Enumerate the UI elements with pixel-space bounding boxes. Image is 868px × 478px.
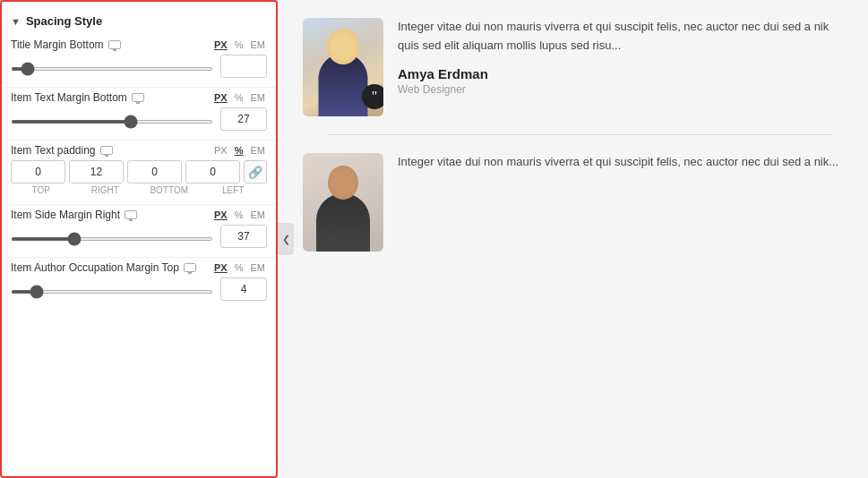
title-margin-bottom-group: Title Margin Bottom PX % EM (2, 35, 276, 88)
unit-selector-4: PX % EM (212, 209, 267, 220)
preview-panel: ❮ " Integer vitae dui non mauris viverra… (278, 0, 868, 478)
unit-selector-2: PX % EM (212, 92, 267, 103)
link-padding-button[interactable]: 🔗 (244, 160, 267, 184)
padding-right-input[interactable] (69, 160, 124, 184)
label-top: TOP (11, 185, 72, 195)
label-right: RIGHT (75, 185, 136, 195)
unit-px-2[interactable]: PX (212, 92, 229, 103)
monitor-icon-5 (184, 263, 196, 272)
title-margin-bottom-slider-row (11, 55, 267, 78)
item-side-margin-right-label-row: Item Side Margin Right PX % EM (11, 209, 267, 221)
testimonial-body-1: Integer vitae dui non mauris viverra et … (398, 18, 850, 55)
unit-percent-2[interactable]: % (233, 92, 245, 103)
card-text-1: Integer vitae dui non mauris viverra et … (398, 18, 850, 96)
item-side-margin-right-input[interactable] (220, 225, 267, 248)
item-text-margin-bottom-label-row: Item Text Margin Bottom PX % EM (11, 91, 267, 104)
item-text-padding-label-row: Item Text padding PX % EM (11, 144, 267, 157)
chevron-left-icon: ❮ (282, 234, 290, 245)
monitor-icon-2 (132, 93, 144, 102)
chevron-down-icon: ▼ (11, 16, 21, 27)
item-author-occupation-slider[interactable] (11, 290, 213, 294)
monitor-icon-4 (125, 210, 137, 219)
item-text-padding-group: Item Text padding PX % EM 🔗 TOP RIGHT BO… (2, 141, 276, 205)
item-text-margin-bottom-group: Item Text Margin Bottom PX % EM (2, 88, 276, 141)
unit-px-5[interactable]: PX (212, 262, 229, 273)
item-author-occupation-margin-top-group: Item Author Occupation Margin Top PX % E… (2, 258, 276, 310)
padding-bottom-input[interactable] (127, 160, 182, 184)
item-text-margin-bottom-input[interactable] (220, 107, 267, 131)
slider-wrap-3 (11, 230, 213, 243)
person-photo-1: " (303, 18, 383, 116)
label-left: LEFT (203, 185, 264, 195)
unit-percent-3[interactable]: % (233, 145, 245, 156)
section-title: Spacing Style (26, 14, 102, 28)
title-margin-bottom-slider[interactable] (11, 67, 213, 71)
title-margin-bottom-input[interactable] (220, 55, 267, 78)
unit-em-5[interactable]: EM (249, 262, 268, 273)
item-side-margin-right-slider[interactable] (11, 237, 213, 241)
unit-px-3[interactable]: PX (212, 145, 229, 156)
panel-toggle-button[interactable]: ❮ (278, 223, 294, 255)
item-text-margin-bottom-slider[interactable] (11, 120, 213, 124)
unit-percent-4[interactable]: % (233, 209, 245, 220)
item-side-margin-right-slider-row (11, 225, 267, 248)
item-author-occupation-slider-row (11, 277, 267, 301)
slider-wrap (11, 60, 213, 73)
spacing-style-panel: ▼ Spacing Style Title Margin Bottom PX %… (0, 0, 278, 478)
unit-em-2[interactable]: EM (249, 92, 268, 103)
quote-bubble-1: " (362, 84, 383, 109)
slider-wrap-2 (11, 113, 213, 126)
testimonial-card-2: Integer vitae dui non mauris viverra et … (303, 153, 850, 252)
author-title-1: Web Designer (398, 83, 850, 96)
card-text-2: Integer vitae dui non mauris viverra et … (398, 153, 850, 183)
unit-px-4[interactable]: PX (212, 209, 229, 220)
padding-labels: TOP RIGHT BOTTOM LEFT (11, 185, 267, 195)
testimonial-body-2: Integer vitae dui non mauris viverra et … (398, 153, 850, 172)
unit-percent-5[interactable]: % (233, 262, 245, 273)
author-name-1: Amya Erdman (398, 66, 850, 81)
unit-em[interactable]: EM (249, 39, 268, 50)
unit-percent[interactable]: % (233, 39, 245, 50)
item-side-margin-right-label: Item Side Margin Right (11, 209, 137, 221)
item-side-margin-right-group: Item Side Margin Right PX % EM (2, 205, 276, 258)
unit-px[interactable]: PX (212, 39, 229, 50)
padding-left-input[interactable] (185, 160, 240, 184)
person-photo-2 (303, 153, 383, 252)
item-text-margin-bottom-slider-row (11, 107, 267, 131)
item-author-occupation-label-row: Item Author Occupation Margin Top PX % E… (11, 261, 267, 274)
item-author-occupation-input[interactable] (220, 277, 267, 301)
label-bottom: BOTTOM (139, 185, 200, 195)
unit-em-4[interactable]: EM (249, 209, 268, 220)
content-area: " Integer vitae dui non mauris viverra e… (278, 0, 868, 269)
section-header[interactable]: ▼ Spacing Style (2, 9, 276, 35)
monitor-icon-3 (100, 146, 113, 155)
padding-top-input[interactable] (11, 160, 65, 184)
unit-em-3[interactable]: EM (249, 145, 268, 156)
item-text-padding-label: Item Text padding (11, 144, 113, 157)
unit-selector: PX % EM (212, 39, 267, 50)
title-margin-bottom-label: Title Margin Bottom (11, 38, 121, 51)
unit-selector-3: PX % EM (212, 145, 267, 156)
title-margin-bottom-label-row: Title Margin Bottom PX % EM (11, 38, 267, 51)
monitor-icon (108, 40, 121, 49)
item-text-margin-bottom-label: Item Text Margin Bottom (11, 91, 144, 104)
slider-wrap-4 (11, 283, 213, 296)
unit-selector-5: PX % EM (212, 262, 267, 273)
item-author-occupation-label: Item Author Occupation Margin Top (11, 261, 196, 274)
testimonial-card: " Integer vitae dui non mauris viverra e… (303, 18, 850, 116)
divider (328, 134, 832, 135)
padding-grid: 🔗 (11, 160, 267, 184)
